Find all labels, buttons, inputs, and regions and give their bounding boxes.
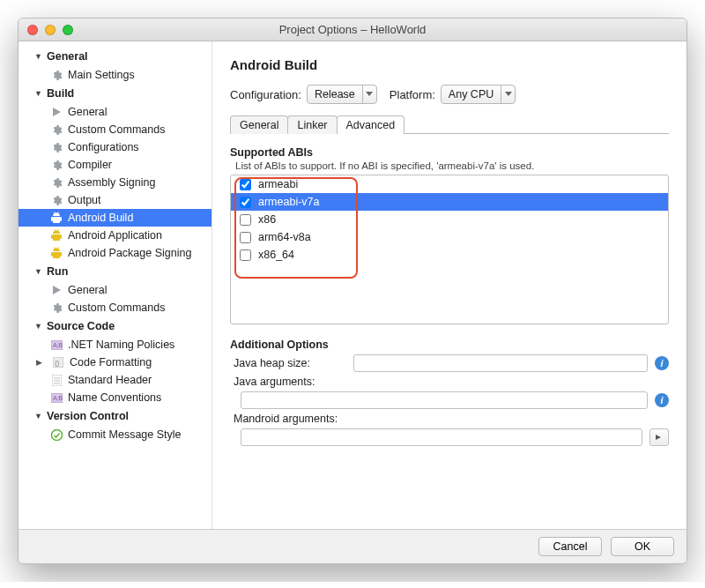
content-pane: Android Build Configuration: Release Pla…: [212, 41, 686, 529]
abi-row[interactable]: arm64-v8a: [231, 228, 668, 246]
info-icon[interactable]: i: [655, 393, 669, 407]
svg-marker-0: [53, 108, 61, 116]
sidebar-item[interactable]: Compiler: [19, 156, 212, 174]
abi-row[interactable]: x86: [231, 211, 668, 228]
tab-bar: GeneralLinkerAdvanced: [230, 115, 669, 134]
java-heap-input[interactable]: [353, 354, 648, 372]
mandroid-more-button[interactable]: [649, 428, 669, 446]
configuration-label: Configuration:: [230, 88, 301, 101]
sidebar-item[interactable]: ▶{}Code Formatting: [19, 354, 212, 371]
tab[interactable]: Advanced: [337, 115, 405, 134]
abi-checkbox[interactable]: [240, 179, 251, 190]
abi-label: armeabi-v7a: [258, 196, 319, 208]
sidebar-item-label: Android Package Signing: [68, 247, 191, 259]
play-gray-icon: [50, 106, 63, 118]
tab[interactable]: Linker: [287, 115, 337, 134]
java-heap-label: Java heap size:: [230, 357, 346, 369]
tab[interactable]: General: [230, 115, 288, 134]
abi-checkbox[interactable]: [240, 197, 251, 208]
sidebar-item[interactable]: A;B.NET Naming Policies: [19, 336, 212, 354]
mandroid-args-label: Mandroid arguments:: [230, 413, 346, 425]
sidebar-item[interactable]: Output: [19, 191, 212, 209]
abi-checkbox[interactable]: [240, 232, 251, 243]
sidebar-item[interactable]: Main Settings: [19, 66, 212, 84]
sidebar-item[interactable]: A;BName Conventions: [19, 389, 212, 406]
sidebar-item[interactable]: General: [19, 103, 212, 121]
configuration-select[interactable]: Release: [307, 85, 377, 104]
disclosure-triangle-icon: ▼: [34, 267, 43, 276]
android-yellow-icon: [50, 229, 63, 242]
java-args-label: Java arguments:: [230, 376, 346, 388]
svg-marker-1: [53, 286, 61, 294]
sidebar-item[interactable]: Commit Message Style: [19, 426, 212, 443]
sidebar-item[interactable]: Custom Commands: [19, 299, 212, 316]
svg-marker-14: [505, 92, 512, 96]
abi-list: armeabiarmeabi-v7ax86arm64-v8ax86_64: [230, 175, 669, 324]
sidebar-item-label: Name Conventions: [68, 391, 161, 404]
sidebar: ▼GeneralMain Settings▼BuildGeneralCustom…: [19, 41, 212, 529]
gear-icon: [50, 141, 63, 153]
sidebar-item-label: Android Application: [68, 229, 162, 242]
sidebar-group[interactable]: ▼Source Code: [19, 316, 212, 336]
sidebar-item[interactable]: Android Build: [19, 209, 212, 227]
doc-icon: [50, 374, 63, 386]
svg-marker-13: [366, 92, 373, 96]
abi-row[interactable]: x86_64: [231, 246, 668, 264]
abi-checkbox[interactable]: [240, 214, 251, 226]
dialog-footer: Cancel OK: [19, 529, 686, 563]
svg-text:A;B: A;B: [53, 342, 63, 348]
supported-abis-title: Supported ABIs: [230, 146, 669, 159]
sidebar-item-label: .NET Naming Policies: [68, 339, 174, 351]
info-icon[interactable]: i: [655, 356, 669, 370]
ok-button[interactable]: OK: [611, 537, 674, 556]
svg-text:A;B: A;B: [53, 395, 63, 401]
sidebar-item[interactable]: Android Application: [19, 227, 212, 244]
java-args-input[interactable]: [241, 391, 648, 409]
disclosure-triangle-icon: ▼: [34, 412, 43, 421]
supported-abis-subtitle: List of ABIs to support. If no ABI is sp…: [235, 160, 669, 171]
sidebar-item-label: Android Build: [68, 212, 133, 224]
abi-label: arm64-v8a: [258, 231, 311, 243]
sidebar-item-label: Standard Header: [68, 374, 152, 386]
dialog-window: Project Options – HelloWorld ▼GeneralMai…: [18, 18, 687, 564]
cancel-button[interactable]: Cancel: [538, 537, 602, 556]
sidebar-item-label: Custom Commands: [68, 301, 165, 314]
sidebar-item-label: General: [68, 284, 107, 296]
sidebar-item-label: Commit Message Style: [68, 428, 182, 441]
sidebar-item-label: Compiler: [68, 159, 112, 171]
abi-checkbox[interactable]: [240, 249, 251, 261]
tag-icon: A;B: [50, 339, 63, 351]
abi-row[interactable]: armeabi-v7a: [231, 193, 668, 211]
sidebar-item[interactable]: Android Package Signing: [19, 244, 212, 262]
gear-icon: [50, 194, 63, 206]
abi-row[interactable]: armeabi: [231, 175, 668, 193]
platform-select[interactable]: Any CPU: [441, 85, 516, 104]
sidebar-item[interactable]: Standard Header: [19, 371, 212, 389]
sidebar-item[interactable]: General: [19, 281, 212, 299]
gear-icon: [50, 301, 63, 314]
sidebar-item[interactable]: Assembly Signing: [19, 174, 212, 191]
sidebar-group[interactable]: ▼General: [19, 47, 212, 66]
page-title: Android Build: [230, 57, 669, 72]
chevron-down-icon: [362, 86, 376, 103]
gear-icon: [50, 69, 63, 81]
sidebar-item-label: Code Formatting: [70, 356, 152, 368]
sidebar-group[interactable]: ▼Run: [19, 262, 212, 281]
abi-label: x86: [258, 213, 276, 226]
sidebar-item[interactable]: Custom Commands: [19, 121, 212, 138]
android-green-icon: [50, 212, 63, 224]
gear-icon: [50, 176, 63, 189]
tab-panel-advanced: Supported ABIs List of ABIs to support. …: [230, 134, 669, 522]
sidebar-group[interactable]: ▼Version Control: [19, 406, 212, 426]
play-gray-icon: [50, 284, 63, 296]
tag2-icon: A;B: [50, 391, 63, 404]
android-yellow-icon: [50, 247, 63, 259]
sidebar-item-label: Custom Commands: [68, 123, 165, 136]
sidebar-group[interactable]: ▼Build: [19, 84, 212, 103]
gear-icon: [50, 123, 63, 136]
check-green-icon: [50, 428, 63, 441]
mandroid-args-input[interactable]: [241, 428, 642, 446]
gear-icon: [50, 159, 63, 171]
abi-label: x86_64: [258, 249, 294, 261]
sidebar-item[interactable]: Configurations: [19, 138, 212, 156]
